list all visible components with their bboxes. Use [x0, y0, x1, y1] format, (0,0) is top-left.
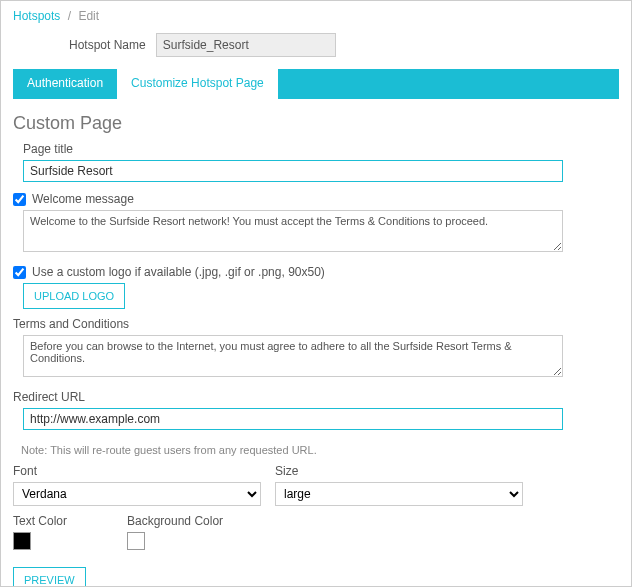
preview-button[interactable]: PREVIEW — [13, 567, 86, 587]
tab-customize-hotspot-page[interactable]: Customize Hotspot Page — [117, 69, 278, 99]
redirect-label: Redirect URL — [13, 390, 619, 404]
breadcrumb-sep: / — [68, 9, 71, 23]
redirect-input[interactable] — [23, 408, 563, 430]
size-label: Size — [275, 464, 523, 478]
bg-color-label: Background Color — [127, 514, 223, 528]
upload-logo-button[interactable]: UPLOAD LOGO — [23, 283, 125, 309]
terms-label: Terms and Conditions — [13, 317, 619, 331]
text-color-swatch[interactable] — [13, 532, 31, 550]
text-color-label: Text Color — [13, 514, 113, 528]
tab-authentication[interactable]: Authentication — [13, 69, 117, 99]
size-select[interactable]: large — [275, 482, 523, 506]
font-select[interactable]: Verdana — [13, 482, 261, 506]
tabs: Authentication Customize Hotspot Page — [13, 69, 619, 99]
breadcrumb-current: Edit — [78, 9, 99, 23]
hotspot-name-input[interactable] — [156, 33, 336, 57]
font-label: Font — [13, 464, 261, 478]
welcome-checkbox[interactable] — [13, 193, 26, 206]
page-title-input[interactable] — [23, 160, 563, 182]
logo-label: Use a custom logo if available (.jpg, .g… — [32, 265, 325, 279]
bg-color-swatch[interactable] — [127, 532, 145, 550]
breadcrumb: Hotspots / Edit — [13, 9, 619, 23]
page-heading: Custom Page — [13, 113, 619, 134]
welcome-label: Welcome message — [32, 192, 134, 206]
welcome-textarea[interactable] — [23, 210, 563, 252]
redirect-note: Note: This will re-route guest users fro… — [21, 444, 619, 456]
logo-checkbox[interactable] — [13, 266, 26, 279]
terms-textarea[interactable] — [23, 335, 563, 377]
breadcrumb-root-link[interactable]: Hotspots — [13, 9, 60, 23]
hotspot-name-label: Hotspot Name — [69, 38, 146, 52]
page-title-label: Page title — [23, 142, 619, 156]
